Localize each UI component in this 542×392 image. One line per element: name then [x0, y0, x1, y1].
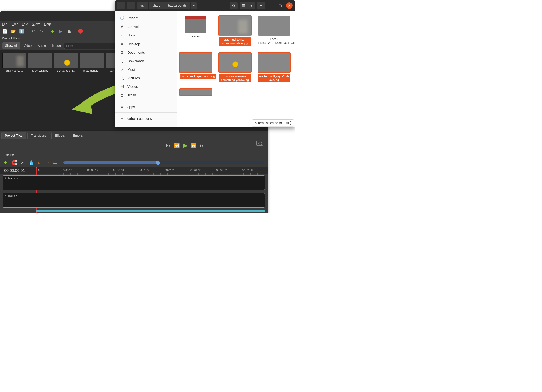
sidebar-item-label: Pictures — [127, 76, 140, 80]
razor-icon[interactable]: ✂ — [21, 160, 25, 165]
sidebar-item-other-locations[interactable]: ＋Other Locations — [115, 114, 177, 123]
redo-icon[interactable]: ↷ — [38, 29, 44, 34]
sidebar-item-starred[interactable]: ★Starred — [115, 22, 177, 31]
clock-icon: 🕘 — [120, 16, 124, 20]
search-icon[interactable] — [230, 2, 238, 9]
rewind-icon[interactable]: ⏪ — [174, 143, 180, 148]
chevron-down-icon[interactable]: ▾ — [5, 194, 6, 197]
profile-icon[interactable]: ▶ — [58, 29, 64, 34]
sidebar-item-label: apps — [127, 105, 135, 109]
filter-image[interactable]: Image — [49, 42, 64, 49]
add-track-icon[interactable]: ✚ — [4, 160, 8, 165]
file-item[interactable]: joshua-coleman-something-yellow.jpg — [219, 52, 251, 83]
sidebar-item-label: Home — [127, 33, 137, 37]
timeline-track[interactable]: ▾ Track 4 — [3, 193, 265, 208]
menu-view[interactable]: View — [32, 22, 40, 26]
timeline-scrollbar[interactable] — [36, 210, 265, 212]
sidebar-item-recent[interactable]: 🕘Recent — [115, 13, 177, 22]
tab-transitions[interactable]: Transitions — [27, 132, 50, 139]
jump-start-icon[interactable]: ⏮ — [166, 143, 171, 148]
project-file-item[interactable]: hardy_wallpa… — [28, 53, 52, 72]
minimize-icon[interactable]: — — [268, 2, 274, 9]
list-view-icon[interactable]: ☰ — [239, 2, 247, 9]
file-item[interactable]: matt-mcnulty-nyc-2nd-ave.jpg — [258, 52, 290, 83]
files-titlebar[interactable]: 〈 〉 usr share backgrounds ▾ ☰ ▾ ≡ — ▢ ✕ — [115, 0, 295, 11]
music-icon: ♪ — [120, 68, 124, 71]
timeline-ruler[interactable]: 00:00:00,01 0:00 00:00:16 00:00:32 00:00… — [0, 167, 268, 174]
sidebar-item-trash[interactable]: 🗑Trash — [115, 91, 177, 99]
file-item[interactable]: brad-huchteman-stone-mountain.jpg — [219, 16, 251, 46]
folder-icon: ▭ — [120, 105, 124, 109]
jump-end-icon[interactable]: ⏭ — [200, 143, 204, 148]
sidebar-item-downloads[interactable]: ⭳Downloads — [115, 57, 177, 65]
file-item-partial[interactable] — [179, 89, 212, 97]
svg-line-2 — [234, 6, 235, 7]
undo-icon[interactable]: ↶ — [30, 29, 36, 34]
file-label: contest — [179, 35, 212, 38]
sidebar-item-pictures[interactable]: 🖼Pictures — [115, 74, 177, 82]
ruler-label: 00:00:48 — [113, 169, 139, 172]
path-segment[interactable]: share — [149, 2, 164, 9]
menu-help[interactable]: Help — [44, 22, 51, 26]
next-marker-icon[interactable]: ⇥ — [45, 160, 49, 165]
close-icon[interactable]: ✕ — [286, 2, 293, 9]
path-segment[interactable]: usr — [137, 2, 149, 9]
sidebar-item-documents[interactable]: 🗎Documents — [115, 48, 177, 57]
file-item-folder[interactable]: contest — [179, 16, 212, 46]
project-file-item[interactable]: matt-mcnult… — [80, 53, 104, 72]
tab-project-files[interactable]: Project Files — [1, 132, 26, 139]
files-main-area[interactable]: contest brad-huchteman-stone-mountain.jp… — [177, 11, 295, 127]
sidebar-item-home[interactable]: ⌂Home — [115, 31, 177, 39]
menu-title[interactable]: Title — [22, 22, 28, 26]
tab-effects[interactable]: Effects — [51, 132, 68, 139]
filter-audio[interactable]: Audio — [35, 42, 49, 49]
project-file-item[interactable]: joshua-colem… — [54, 53, 78, 72]
hamburger-menu-icon[interactable]: ≡ — [257, 2, 265, 9]
sidebar-item-apps[interactable]: ▭apps — [115, 102, 177, 111]
nav-forward-icon[interactable]: 〉 — [127, 2, 135, 9]
project-file-item[interactable]: brad-huchte… — [2, 53, 26, 72]
project-files-text: Project Files — [2, 37, 20, 40]
forward-icon[interactable]: ⏩ — [191, 143, 197, 148]
play-icon[interactable]: ▶ — [183, 142, 188, 149]
selection-status: 5 items selected (9.9 MB) — [252, 119, 294, 126]
menu-edit[interactable]: Edit — [11, 22, 17, 26]
save-project-icon[interactable]: ⬇️ — [19, 29, 24, 34]
sidebar-item-music[interactable]: ♪Music — [115, 65, 177, 74]
file-item[interactable]: hardy_wallpaper_uhd.png — [179, 52, 212, 83]
preview-controls: ⏮ ⏪ ▶ ⏩ ⏭ — [166, 142, 204, 149]
prev-marker-icon[interactable]: ⇤ — [38, 160, 42, 165]
toolbar-separator — [47, 29, 47, 34]
maximize-icon[interactable]: ▢ — [277, 2, 283, 9]
view-options-icon[interactable]: ▾ — [247, 2, 255, 9]
nav-back-icon[interactable]: 〈 — [117, 2, 125, 9]
timeline-label: Timeline — [2, 153, 14, 157]
sidebar-item-label: Documents — [127, 50, 145, 54]
fullscreen-icon[interactable]: ▦ — [66, 29, 72, 34]
snapshot-icon[interactable] — [256, 141, 263, 146]
path-dropdown-icon[interactable]: ▾ — [191, 2, 197, 9]
open-project-icon[interactable]: 📂 — [11, 29, 16, 34]
file-label: joshua-coleman-something-yellow.jpg — [219, 74, 251, 83]
sidebar-item-label: Music — [127, 68, 136, 71]
add-marker-icon[interactable]: 💧 — [28, 160, 34, 165]
sidebar-item-videos[interactable]: 🎞Videos — [115, 82, 177, 91]
export-icon[interactable] — [78, 29, 83, 34]
snap-icon[interactable]: 🧲 — [11, 160, 17, 165]
zoom-slider[interactable] — [64, 161, 264, 164]
import-files-icon[interactable]: ✚ — [50, 29, 55, 34]
menu-file[interactable]: File — [2, 22, 7, 26]
file-label: matt-mcnulty-nyc-2nd-ave.jpg — [258, 74, 290, 83]
sidebar-item-desktop[interactable]: ▭Desktop — [115, 39, 177, 48]
chevron-down-icon[interactable]: ▾ — [5, 176, 6, 180]
current-time: 00:00:00,01 — [4, 169, 25, 173]
timeline-track[interactable]: ▾ Track 5 — [3, 175, 265, 190]
file-item[interactable]: Focal-Fossa_WP_4096x2304_GREY.png — [258, 16, 290, 46]
filter-video[interactable]: Video — [21, 42, 35, 49]
center-playhead-icon[interactable]: ⇆ — [53, 160, 57, 165]
path-segment[interactable]: backgrounds — [164, 2, 190, 9]
tab-emojis[interactable]: Emojis — [70, 132, 86, 139]
new-project-icon[interactable]: 📄 — [2, 29, 8, 34]
filter-show-all[interactable]: Show All — [2, 42, 20, 49]
sidebar-separator — [115, 112, 177, 113]
